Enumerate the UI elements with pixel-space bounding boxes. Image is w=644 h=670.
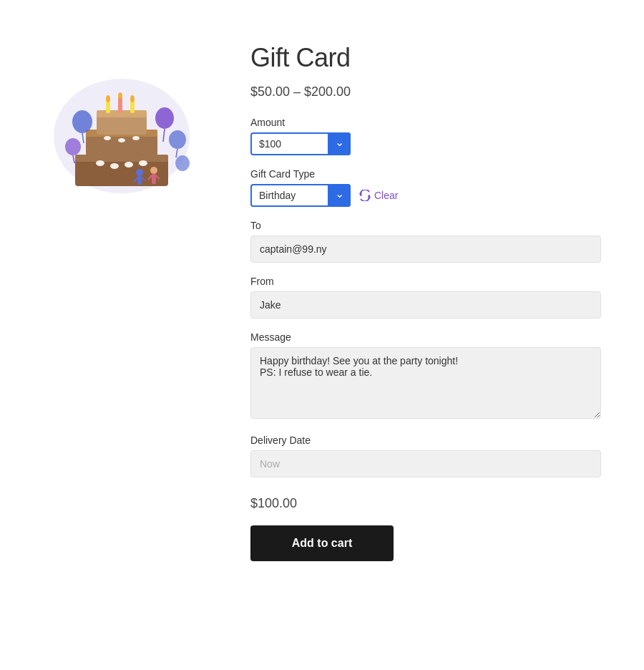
price-range: $50.00 – $200.00 [250,84,615,99]
to-field-group: To [250,220,615,263]
svg-point-29 [136,169,143,176]
clear-button-label: Clear [374,190,398,201]
product-container: Gift Card $50.00 – $200.00 Amount $50 $7… [14,29,630,576]
to-label: To [250,220,615,231]
product-total: $100.00 [250,496,615,511]
svg-point-18 [118,92,122,99]
product-image-section [29,43,215,561]
message-field-group: Message Happy birthday! See you at the p… [250,331,615,422]
add-to-cart-button[interactable]: Add to cart [250,525,394,561]
svg-point-17 [106,95,110,102]
svg-point-24 [169,130,186,149]
svg-point-33 [150,167,157,174]
message-textarea[interactable]: Happy birthday! See you at the party ton… [250,347,601,419]
amount-field-group: Amount $50 $75 $100 $150 $200 [250,117,615,155]
gift-card-type-select-wrapper: Birthday Anniversary Thank You Holiday [250,184,351,207]
svg-rect-30 [137,176,142,185]
svg-point-19 [130,95,135,102]
gift-card-type-label: Gift Card Type [250,168,615,180]
gift-card-type-row: Birthday Anniversary Thank You Holiday C [250,184,615,207]
svg-point-13 [132,136,140,140]
svg-point-10 [139,160,147,166]
svg-point-28 [175,155,190,171]
amount-label: Amount [250,117,615,128]
amount-select-wrapper: $50 $75 $100 $150 $200 [250,132,351,155]
delivery-date-input[interactable] [250,450,601,477]
svg-point-22 [155,107,174,129]
clear-button[interactable]: Clear [359,190,398,201]
svg-point-9 [125,162,133,168]
from-field-group: From [250,276,615,319]
svg-rect-15 [118,97,122,113]
svg-rect-34 [152,174,156,184]
delivery-date-field-group: Delivery Date [250,434,615,477]
gift-card-type-select[interactable]: Birthday Anniversary Thank You Holiday [250,184,351,207]
svg-point-26 [65,138,81,155]
product-image [43,57,200,200]
gift-card-type-field-group: Gift Card Type Birthday Anniversary Than… [250,168,615,207]
product-details-section: Gift Card $50.00 – $200.00 Amount $50 $7… [250,43,615,561]
message-label: Message [250,331,615,343]
amount-select[interactable]: $50 $75 $100 $150 $200 [250,132,351,155]
svg-point-7 [96,160,104,166]
svg-point-12 [118,138,125,142]
svg-point-8 [110,163,119,169]
svg-point-20 [72,110,92,133]
svg-point-11 [104,136,111,140]
product-title: Gift Card [250,43,615,73]
from-input[interactable] [250,291,601,319]
from-label: From [250,276,615,287]
to-input[interactable] [250,236,601,263]
refresh-icon [359,190,371,201]
delivery-date-label: Delivery Date [250,434,615,446]
